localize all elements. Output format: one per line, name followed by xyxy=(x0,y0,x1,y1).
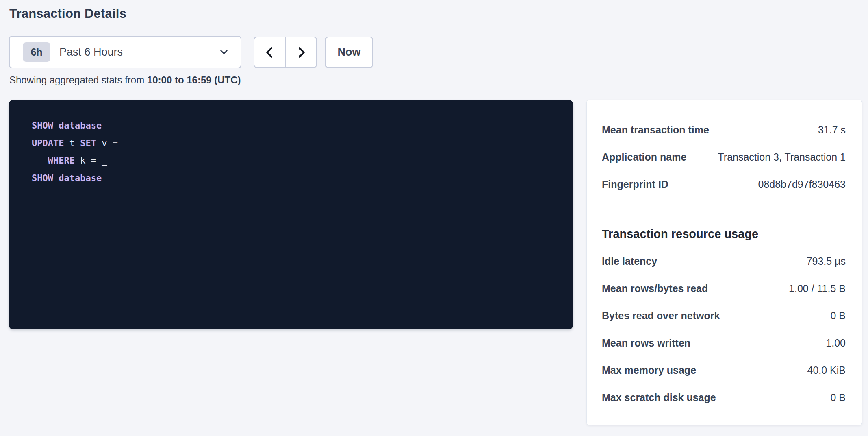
time-range-arrows xyxy=(254,37,317,68)
next-time-range-button[interactable] xyxy=(285,37,317,68)
chevron-right-icon xyxy=(295,46,308,59)
summary-row: Bytes read over network 0 B xyxy=(602,302,846,329)
summary-row-label: Fingerprint ID xyxy=(602,179,668,190)
chevron-down-icon xyxy=(218,46,230,58)
summary-row-label: Bytes read over network xyxy=(602,310,720,322)
resource-usage-rows: Idle latency 793.5 µs Mean rows/bytes re… xyxy=(602,248,846,411)
summary-top-rows: Mean transaction time 31.7 s Application… xyxy=(602,116,846,198)
summary-row-value: 40.0 KiB xyxy=(807,364,846,376)
summary-row: Fingerprint ID 08d8b7d97f830463 xyxy=(602,171,846,198)
card-divider xyxy=(602,209,846,209)
summary-row-value: 31.7 s xyxy=(818,124,846,136)
summary-row-value: 793.5 µs xyxy=(807,255,846,267)
resource-usage-heading: Transaction resource usage xyxy=(602,220,846,248)
summary-row-label: Mean rows/bytes read xyxy=(602,283,708,294)
aggregated-stats-line: Showing aggregated stats from 10:00 to 1… xyxy=(9,74,241,86)
chevron-left-icon xyxy=(263,46,276,59)
summary-row: Mean rows written 1.00 xyxy=(602,329,846,357)
transaction-summary-card: Mean transaction time 31.7 s Application… xyxy=(586,100,862,425)
summary-row: Max scratch disk usage 0 B xyxy=(602,384,846,411)
summary-row-label: Application name xyxy=(602,151,686,163)
page-title: Transaction Details xyxy=(9,7,126,21)
summary-row-value: 1.00 xyxy=(826,337,846,349)
time-range-picker[interactable]: 6h Past 6 Hours xyxy=(9,36,241,68)
sql-statement-box: SHOW databaseUPDATE t SET v = _ WHERE k … xyxy=(9,100,573,329)
summary-row-label: Max scratch disk usage xyxy=(602,392,716,403)
time-range-badge: 6h xyxy=(23,42,50,62)
summary-row: Mean rows/bytes read 1.00 / 11.5 B xyxy=(602,275,846,302)
summary-row-label: Mean transaction time xyxy=(602,124,709,136)
summary-row-value: 0 B xyxy=(830,392,846,403)
summary-row-label: Max memory usage xyxy=(602,364,696,376)
summary-row-value: 0 B xyxy=(830,310,846,322)
stats-line-prefix: Showing aggregated stats from xyxy=(9,74,147,85)
summary-row-value: 08d8b7d97f830463 xyxy=(758,179,846,190)
summary-row: Mean transaction time 31.7 s xyxy=(602,116,846,144)
summary-row-value: 1.00 / 11.5 B xyxy=(789,283,846,294)
summary-row-label: Mean rows written xyxy=(602,337,690,349)
summary-row: Idle latency 793.5 µs xyxy=(602,248,846,275)
time-range-label: Past 6 Hours xyxy=(59,46,123,59)
sql-code: SHOW databaseUPDATE t SET v = _ WHERE k … xyxy=(32,117,561,187)
summary-row-value: Transaction 3, Transaction 1 xyxy=(718,151,846,163)
summary-row-label: Idle latency xyxy=(602,255,657,267)
summary-row: Application name Transaction 3, Transact… xyxy=(602,144,846,171)
now-button[interactable]: Now xyxy=(325,37,373,68)
stats-line-range: 10:00 to 16:59 (UTC) xyxy=(147,74,241,85)
previous-time-range-button[interactable] xyxy=(254,37,285,68)
summary-row: Max memory usage 40.0 KiB xyxy=(602,357,846,384)
